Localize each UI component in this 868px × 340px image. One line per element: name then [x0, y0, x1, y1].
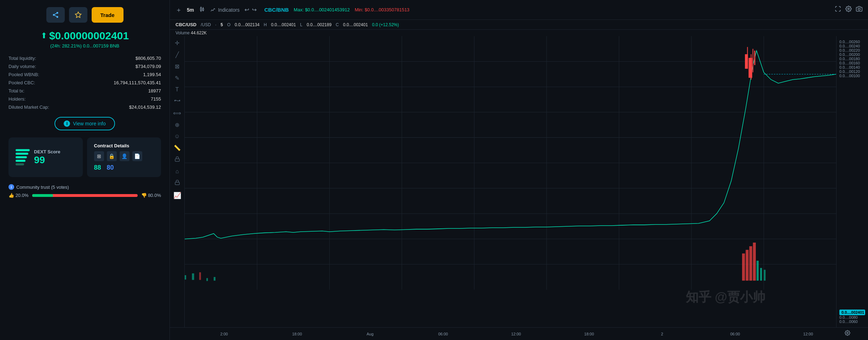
expand-icon[interactable] [835, 6, 841, 14]
stat-label-pooled-wbnb: Pooled WBNB: [8, 72, 39, 77]
ruler-tool[interactable]: 📏 [174, 144, 181, 151]
trust-label: Community trust (5 votes) [16, 185, 69, 190]
view-more-label: View more info [73, 121, 105, 126]
thumbs-down-icon: 👎 [141, 193, 147, 198]
contract-icons: ⊞ 🔒 👤 📄 [94, 151, 154, 161]
thumbs-up-icon: 👍 [8, 193, 14, 198]
svg-point-12 [848, 8, 850, 10]
text-tool[interactable]: T [176, 86, 179, 93]
share-button[interactable] [46, 7, 65, 23]
bottom-settings-icon[interactable] [845, 330, 850, 338]
undo-icon[interactable]: ↩ [245, 6, 249, 13]
ohlc-pair: CBC/USD [176, 22, 196, 27]
svg-rect-17 [175, 182, 179, 185]
pair-label: CBC/BNB [264, 7, 289, 13]
stat-label-dmc: Diluted Market Cap: [8, 104, 49, 110]
stat-value-pooled-wbnb: 1,199.54 [143, 72, 161, 77]
trust-header: i Community trust (5 votes) [8, 184, 161, 190]
pen-tool[interactable]: ✎ [175, 75, 179, 81]
line-tool[interactable]: ╱ [176, 51, 179, 58]
lock-price-tool[interactable] [174, 156, 180, 163]
price-scale-label: 0.0....00180 [839, 57, 865, 61]
ohlc-open-label: O [227, 22, 230, 27]
svg-marker-5 [75, 12, 81, 18]
cursor-tool[interactable]: ✛ [175, 40, 179, 46]
svg-rect-41 [185, 275, 186, 279]
toolbar-left: ＋ 5m Indicators ↩ ↪ CBC/BNB Max: $0.0...… [176, 6, 409, 14]
ohlc-high-val: 0.0....002401 [271, 22, 296, 27]
view-more-button[interactable]: i View more info [54, 117, 115, 130]
zoom-tool[interactable]: ⊕ [175, 121, 179, 128]
dext-bar-1 [16, 149, 30, 151]
trust-like-percent: 👍 20.0% [8, 193, 29, 198]
price-value: $0.00000002401 [49, 30, 129, 42]
stat-value-pooled-cbc: 16,794,111,570,435.41 [114, 80, 161, 85]
svg-rect-39 [745, 54, 748, 69]
chart-brand-icon: 📈 [173, 192, 181, 199]
max-label: Max: $0.0....002401453912 [294, 7, 350, 12]
stat-diluted-market-cap: Diluted Market Cap: $24,014,539.12 [8, 103, 161, 111]
settings-icon[interactable] [845, 6, 852, 14]
dext-bar-2 [16, 153, 28, 155]
svg-rect-47 [746, 250, 748, 280]
svg-rect-51 [760, 268, 762, 281]
svg-rect-45 [214, 277, 215, 280]
smile-tool[interactable]: ☺ [174, 133, 180, 140]
redo-icon[interactable]: ↪ [252, 6, 257, 13]
stat-value-holders: 7155 [151, 96, 161, 102]
lock-tool[interactable] [174, 180, 180, 187]
stat-label-liquidity: Total liquidity: [8, 56, 36, 61]
stat-value-dmc: $24,014,539.12 [129, 104, 161, 110]
svg-rect-42 [192, 273, 194, 280]
home-tool[interactable]: ⌂ [176, 168, 179, 175]
candlestick-icon[interactable] [199, 6, 205, 14]
time-label-0600a: 06:00 [407, 332, 479, 336]
contract-icon-user: 👤 [120, 151, 130, 161]
fibonacci-tool[interactable] [174, 98, 180, 105]
stat-total-liquidity: Total liquidity: $806,605.70 [8, 54, 161, 62]
svg-point-13 [858, 8, 860, 10]
indicators-label: Indicators [218, 7, 240, 13]
stats-table: Total liquidity: $806,605.70 Daily volum… [8, 54, 161, 111]
timeframe-5m-button[interactable]: 5m [187, 7, 194, 13]
crosshair-tool[interactable]: ⊠ [175, 63, 179, 70]
volume-row: Volume 44.622K [170, 30, 868, 36]
price-up-arrow: ⬆ [41, 31, 47, 40]
top-actions: Trade [46, 7, 123, 23]
trust-info-icon: i [8, 184, 14, 190]
undo-redo: ↩ ↪ [245, 6, 257, 13]
svg-rect-43 [199, 272, 201, 280]
svg-point-2 [56, 16, 58, 18]
ohlc-dot: · [215, 22, 216, 27]
trust-bar-fill [32, 194, 53, 197]
contract-details-card: Contract Details ⊞ 🔒 👤 📄 88 80 [87, 137, 161, 177]
camera-icon[interactable] [856, 6, 862, 14]
indicators-button[interactable]: Indicators [210, 7, 240, 13]
ohlc-timeframe: 5 [220, 22, 223, 27]
volume-label: Volume [176, 30, 191, 35]
crosshair-icon[interactable]: ＋ [176, 6, 182, 14]
svg-point-54 [847, 332, 848, 334]
ohlc-low-val: 0.0....002189 [307, 22, 332, 27]
chart-main[interactable]: 知乎 @贾小帅 [185, 36, 836, 327]
price-chart-svg [185, 36, 836, 290]
ohlc-open-val: 0.0....002134 [235, 22, 259, 27]
info-icon: i [64, 120, 70, 127]
contract-score-88: 88 [94, 164, 101, 171]
svg-point-0 [56, 12, 58, 14]
dext-score-number: 99 [34, 154, 60, 166]
trade-button[interactable]: Trade [92, 7, 123, 23]
price-main: ⬆ $0.00000002401 [41, 30, 129, 42]
dext-bar-3 [16, 156, 27, 158]
dext-bar-5 [16, 163, 24, 165]
stat-holders: Holders: 7155 [8, 95, 161, 103]
svg-rect-48 [749, 246, 752, 280]
measure-tool[interactable]: ⟺ [173, 110, 181, 117]
dext-bars [16, 149, 30, 165]
price-scale-label: 0.0....00200 [839, 52, 865, 57]
watermark: 知乎 @贾小帅 [686, 289, 765, 306]
star-button[interactable] [69, 7, 87, 23]
price-scale-label: 0.0....00140 [839, 65, 865, 69]
price-scale-label: 0.0....00260 [839, 40, 865, 44]
ohlc-row: CBC/USD /USD · 5 O 0.0....002134 H 0.0..… [170, 20, 868, 30]
